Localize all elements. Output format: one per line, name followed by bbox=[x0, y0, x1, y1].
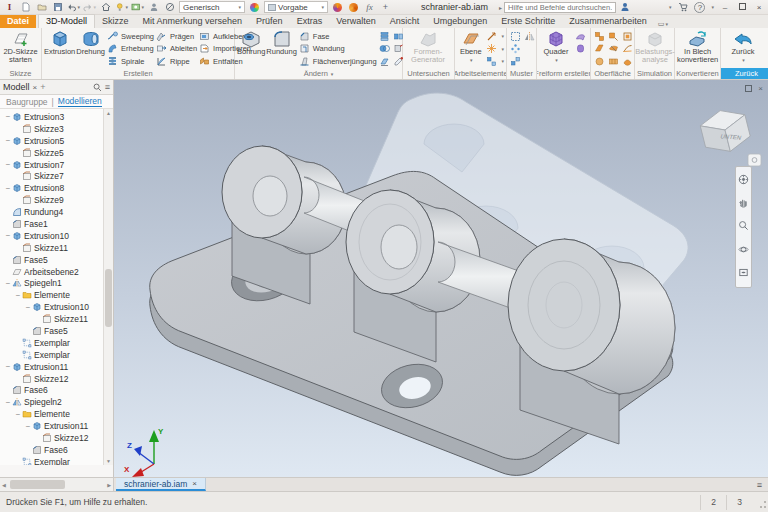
tree-item-elemente[interactable]: −Elemente bbox=[0, 289, 103, 301]
erhebung-button[interactable]: Erhebung bbox=[106, 43, 154, 55]
ribbon-options-icon[interactable]: ▭▾ bbox=[658, 20, 668, 28]
mode-tab-baugruppe[interactable]: Baugruppe bbox=[6, 97, 48, 107]
titlebar-dropdown-icon[interactable]: ▾ bbox=[669, 4, 672, 10]
tree-expand-icon[interactable]: − bbox=[4, 362, 12, 371]
close-button[interactable]: × bbox=[753, 3, 765, 12]
tab-verwalten[interactable]: Verwalten bbox=[329, 15, 383, 28]
skizzenbasierte-anordnung-icon[interactable] bbox=[509, 55, 522, 67]
close-document-icon[interactable]: × bbox=[758, 84, 763, 93]
group-label-konvertieren[interactable]: Konvertieren bbox=[675, 68, 720, 79]
group-label-simulation[interactable]: Simulation bbox=[635, 68, 674, 79]
tree-item-exemplar[interactable]: Exemplar bbox=[0, 337, 103, 349]
rechteckige-anordnung-icon[interactable] bbox=[509, 30, 522, 42]
tab-3d-modell[interactable]: 3D-Modell bbox=[38, 14, 95, 28]
tree-item-extrusion11[interactable]: −Extrusion11 bbox=[0, 361, 103, 373]
tree-expand-icon[interactable]: − bbox=[24, 303, 32, 312]
tree-item-elemente[interactable]: −Elemente bbox=[0, 408, 103, 420]
group-label-skizze[interactable]: Skizze bbox=[0, 68, 41, 79]
tree-expand-icon[interactable]: − bbox=[4, 112, 12, 121]
tree-item-skizze9[interactable]: Skizze9 bbox=[0, 194, 103, 206]
flaeche-trimmen-icon[interactable] bbox=[593, 43, 606, 55]
tree-expand-icon[interactable]: − bbox=[4, 184, 12, 193]
tree-item-exemplar[interactable]: Exemplar bbox=[0, 456, 103, 465]
maximize-button[interactable] bbox=[736, 3, 748, 12]
scroll-right-icon[interactable]: ▶ bbox=[107, 482, 111, 488]
tree-item-arbeitsebene2[interactable]: Arbeitsebene2 bbox=[0, 266, 103, 278]
scroll-down-icon[interactable]: ▼ bbox=[106, 458, 111, 464]
tree-expand-icon[interactable]: − bbox=[4, 136, 12, 145]
home-view-button[interactable] bbox=[748, 154, 761, 166]
tree-item-skizze3[interactable]: Skizze3 bbox=[0, 123, 103, 135]
quader-button[interactable]: Quader ▾ bbox=[539, 29, 573, 68]
adjust-appearance-icon[interactable] bbox=[331, 1, 344, 13]
tab-anmerkung[interactable]: Mit Anmerkung versehen bbox=[136, 15, 250, 28]
tree-item-skizze12[interactable]: Skizze12 bbox=[0, 373, 103, 385]
group-label-aendern[interactable]: Ändern▾ bbox=[235, 68, 402, 79]
browser-menu-icon[interactable]: ≡ bbox=[105, 82, 110, 92]
minimize-button[interactable]: – bbox=[719, 3, 731, 12]
user-icon[interactable] bbox=[147, 1, 160, 13]
scroll-left-icon[interactable]: ◀ bbox=[2, 482, 6, 488]
tab-ansicht[interactable]: Ansicht bbox=[383, 15, 427, 28]
hscroll-thumb[interactable] bbox=[10, 480, 65, 489]
tree-item-extrusion5[interactable]: −Extrusion5 bbox=[0, 135, 103, 147]
scroll-thumb[interactable] bbox=[105, 269, 112, 327]
tree-expand-icon[interactable]: − bbox=[14, 410, 22, 419]
tree-item-fase6[interactable]: Fase6 bbox=[0, 444, 103, 456]
group-label-zurueck[interactable]: Zurück bbox=[721, 68, 768, 79]
tree-item-spiegeln2[interactable]: −Spiegeln2 bbox=[0, 396, 103, 408]
tree-item-extrusion3[interactable]: −Extrusion3 bbox=[0, 111, 103, 123]
group-label-arbeitselemente[interactable]: Arbeitselemente bbox=[455, 68, 506, 79]
runde-anordnung-icon[interactable] bbox=[509, 43, 522, 55]
viewport[interactable]: UNTEN Y Z X bbox=[114, 80, 768, 477]
material-selector[interactable]: Generisch▾ bbox=[179, 1, 245, 13]
punkt-button[interactable]: ▾ bbox=[485, 43, 504, 55]
tab-list-menu-icon[interactable]: ≡ bbox=[757, 480, 762, 490]
praegen-button[interactable]: Prägen bbox=[155, 30, 197, 42]
in-blech-konvertieren-button[interactable]: In Blech konvertieren bbox=[677, 29, 718, 68]
freiform-zylinder-icon[interactable] bbox=[574, 43, 587, 55]
group-label-oberflaeche[interactable]: Oberfläche bbox=[591, 68, 634, 79]
group-label-freiform[interactable]: Freiform erstellen bbox=[537, 68, 590, 79]
appearance-selector[interactable]: Vorgabe▾ bbox=[264, 1, 328, 13]
tree-item-skizze11[interactable]: Skizze11 bbox=[0, 242, 103, 254]
tab-zusammenarbeiten[interactable]: Zusammenarbeiten bbox=[562, 15, 654, 28]
browser-horizontal-scrollbar[interactable]: ◀ ▶ bbox=[0, 478, 114, 491]
tab-erste-schritte[interactable]: Erste Schritte bbox=[494, 15, 562, 28]
ilogic-button[interactable]: ▾ bbox=[115, 1, 128, 13]
tree-expand-icon[interactable]: − bbox=[4, 160, 12, 169]
restore-window-icon[interactable] bbox=[745, 85, 752, 92]
start-2d-sketch-button[interactable]: 2D-Skizze starten bbox=[2, 29, 39, 68]
flaechenverjuengung-button[interactable]: Flächenverjüngung bbox=[298, 55, 377, 67]
tab-datei[interactable]: Datei bbox=[0, 15, 36, 28]
tree-item-fase6[interactable]: Fase6 bbox=[0, 384, 103, 396]
open-button[interactable] bbox=[35, 1, 48, 13]
redo-button[interactable]: ▾ bbox=[83, 1, 96, 13]
tree-item-spiegeln1[interactable]: −Spiegeln1 bbox=[0, 277, 103, 289]
document-tab-active[interactable]: schranier-ab.iam × bbox=[116, 478, 206, 491]
help-dropdown-icon[interactable]: ▾ bbox=[711, 4, 714, 10]
tree-expand-icon[interactable]: − bbox=[4, 398, 12, 407]
zoom-icon[interactable] bbox=[738, 220, 749, 233]
gewinde-icon[interactable] bbox=[378, 30, 391, 42]
app-store-cart-icon[interactable] bbox=[676, 1, 689, 13]
document-tab-close-icon[interactable]: × bbox=[192, 479, 197, 488]
flaeche-reparieren-icon[interactable] bbox=[607, 55, 620, 67]
flaeche-ersetzen-icon[interactable] bbox=[607, 43, 620, 55]
browser-add-tab-icon[interactable]: + bbox=[40, 82, 45, 92]
rippe-button[interactable]: Rippe bbox=[155, 55, 197, 67]
kombinieren-icon[interactable] bbox=[378, 43, 391, 55]
tree-expand-icon[interactable]: − bbox=[24, 422, 32, 431]
tree-item-extrusion7[interactable]: −Extrusion7 bbox=[0, 159, 103, 171]
wandung-button[interactable]: Wandung bbox=[298, 43, 377, 55]
tree-expand-icon[interactable]: − bbox=[4, 279, 12, 288]
tree-item-extrusion8[interactable]: −Extrusion8 bbox=[0, 182, 103, 194]
group-label-untersuchen[interactable]: Untersuchen bbox=[403, 68, 454, 79]
tab-pruefen[interactable]: Prüfen bbox=[249, 15, 290, 28]
rundung-button[interactable]: Rundung bbox=[266, 29, 296, 68]
verdickung-icon[interactable] bbox=[378, 55, 391, 67]
help-search-input[interactable] bbox=[504, 2, 616, 13]
clear-appearance-icon[interactable] bbox=[347, 1, 360, 13]
tree-item-rundung4[interactable]: Rundung4 bbox=[0, 206, 103, 218]
begrenzungsflaeche-icon[interactable] bbox=[621, 30, 634, 42]
